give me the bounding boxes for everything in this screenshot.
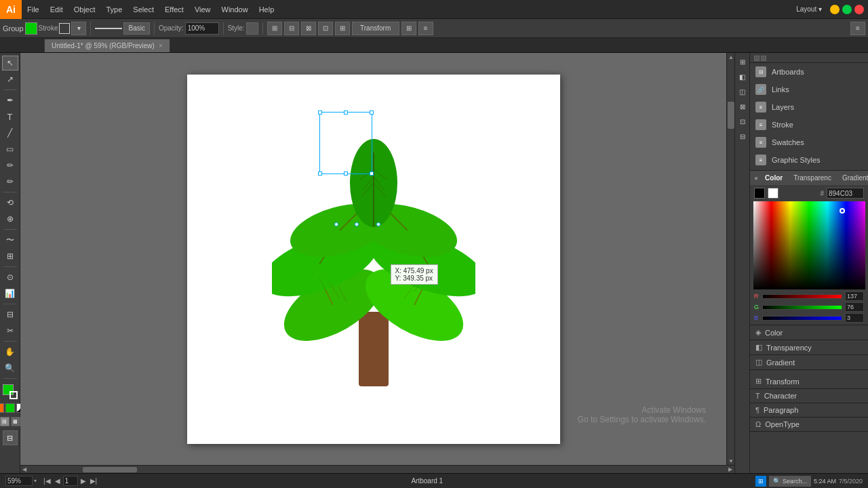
warp-tool[interactable]: 〜 — [2, 232, 18, 247]
h-scrollbar-track[interactable] — [28, 466, 726, 473]
h-scrollbar-thumb[interactable] — [83, 467, 137, 472]
toolbar-options-button[interactable]: ≡ — [850, 22, 865, 35]
align-right-button[interactable]: ⊡ — [318, 22, 333, 35]
stroke-swatch[interactable] — [59, 23, 70, 34]
close-button[interactable] — [854, 5, 864, 14]
menu-type[interactable]: Type — [101, 0, 128, 18]
layers-panel[interactable]: ≡ Layers — [750, 98, 868, 116]
view-mode-btn2[interactable]: ▩ — [11, 417, 20, 426]
canvas-area[interactable]: X: 475.49 px Y: 349.35 px Activate Windo… — [20, 53, 726, 465]
menu-help[interactable]: Help — [254, 0, 280, 18]
type-tool[interactable]: T — [2, 109, 18, 124]
color-swatch-2[interactable] — [5, 403, 15, 413]
properties-icon-2[interactable]: ◧ — [736, 70, 749, 83]
select-tool[interactable]: ↖ — [2, 56, 18, 70]
menu-window[interactable]: Window — [216, 0, 254, 18]
scroll-left-arrow[interactable]: ◀ — [20, 466, 28, 473]
color-swatch-1[interactable] — [0, 403, 4, 413]
free-transform-tool[interactable]: ⊞ — [2, 249, 18, 264]
menu-edit[interactable]: Edit — [45, 0, 68, 18]
scrollbar-thumb-v[interactable] — [728, 102, 734, 129]
start-button[interactable]: ⊞ — [755, 476, 766, 487]
properties-icon-1[interactable]: ⊞ — [736, 56, 749, 68]
zoom-dropdown-arrow[interactable]: ▾ — [34, 478, 37, 484]
menu-view[interactable]: View — [189, 0, 216, 18]
properties-icon-4[interactable]: ⊠ — [736, 100, 749, 113]
vertical-scrollbar[interactable]: ▲ ▼ — [726, 53, 734, 465]
transform-button[interactable]: Transform — [352, 22, 399, 35]
stroke-panel[interactable]: ≡ Stroke — [750, 116, 868, 134]
minimize-button[interactable] — [830, 5, 840, 14]
view-mode-btn1[interactable]: ▤ — [0, 417, 9, 426]
color-properties-header[interactable]: ◈ Color — [750, 325, 868, 340]
direct-select-tool[interactable]: ↗ — [2, 72, 18, 87]
artboards-panel[interactable]: ⊟ Artboards — [750, 63, 868, 81]
hex-color-input[interactable] — [827, 188, 864, 199]
next-page-button[interactable]: ▶| — [89, 477, 99, 485]
align-left-button[interactable]: ⊟ — [284, 22, 299, 35]
shape-tool[interactable]: ▭ — [2, 142, 18, 157]
green-slider[interactable] — [762, 305, 842, 310]
character-header[interactable]: T Character — [750, 389, 868, 403]
style-swatch[interactable] — [246, 22, 258, 35]
stroke-indicator[interactable] — [9, 391, 18, 399]
toolbar-extra-btn1[interactable]: ⊞ — [401, 22, 416, 35]
menu-select[interactable]: Select — [127, 0, 159, 18]
layout-dropdown[interactable]: Layout ▾ — [796, 5, 822, 13]
artboard-tool[interactable]: ⊟ — [2, 307, 18, 322]
slice-tool[interactable]: ✂ — [2, 323, 18, 338]
graphic-styles-panel[interactable]: ≡ Graphic Styles — [750, 151, 868, 169]
stroke-weight-dropdown[interactable]: ▾ — [71, 22, 86, 35]
pencil-tool[interactable]: ✏ — [2, 174, 18, 189]
search-taskbar[interactable]: 🔍 Search... — [769, 476, 811, 487]
align-center-button[interactable]: ⊠ — [301, 22, 316, 35]
transparency-header[interactable]: ◧ Transparency — [750, 340, 868, 354]
opacity-input[interactable] — [185, 22, 219, 35]
red-value-input[interactable] — [845, 291, 864, 301]
transform-header[interactable]: ⊞ Transform — [750, 374, 868, 388]
tab-close-button[interactable]: × — [159, 42, 163, 49]
graph-tool[interactable]: 📊 — [2, 286, 18, 301]
panel-expand-btn[interactable] — [761, 56, 766, 61]
prev-button[interactable]: ◀ — [54, 477, 62, 485]
symbol-tool[interactable]: ⊙ — [2, 270, 18, 285]
menu-file[interactable]: File — [22, 0, 45, 18]
fill-swatch[interactable] — [25, 22, 37, 35]
next-button[interactable]: ▶ — [79, 477, 87, 485]
prev-page-button[interactable]: |◀ — [42, 477, 52, 485]
panel-collapse-btn[interactable] — [754, 56, 760, 61]
toolbar-extra-btn2[interactable]: ≡ — [418, 22, 433, 35]
paragraph-header[interactable]: ¶ Paragraph — [750, 403, 868, 417]
blue-slider[interactable] — [762, 316, 842, 321]
color-tab[interactable]: Color — [761, 173, 787, 183]
paintbrush-tool[interactable]: ✏ — [2, 158, 18, 173]
links-panel[interactable]: 🔗 Links — [750, 81, 868, 98]
properties-icon-5[interactable]: ⊡ — [736, 115, 749, 127]
foreground-swatch[interactable] — [754, 188, 765, 199]
scroll-right-arrow[interactable]: ▶ — [726, 466, 734, 473]
zoom-input[interactable] — [5, 476, 33, 486]
swatches-panel[interactable]: ≡ Swatches — [750, 134, 868, 151]
hand-tool[interactable]: ✋ — [2, 344, 18, 359]
maximize-button[interactable] — [842, 5, 852, 14]
gradient-header[interactable]: ◫ Gradient — [750, 355, 868, 369]
background-swatch[interactable] — [768, 188, 778, 199]
document-tab[interactable]: Untitled-1* @ 59% (RGB/Preview) × — [44, 39, 170, 52]
properties-icon-3[interactable]: ◫ — [736, 85, 749, 98]
page-number-input[interactable] — [63, 476, 78, 486]
green-value-input[interactable] — [845, 302, 864, 312]
distribute-button[interactable]: ⊞ — [335, 22, 350, 35]
arrange-button[interactable]: ⊞ — [267, 22, 282, 35]
scale-tool[interactable]: ⊕ — [2, 211, 18, 226]
color-picker-gradient[interactable] — [753, 201, 865, 289]
red-slider[interactable] — [762, 294, 842, 299]
menu-effect[interactable]: Effect — [159, 0, 189, 18]
pen-tool[interactable]: ✒ — [2, 93, 18, 108]
opentype-header[interactable]: Ω OpenType — [750, 418, 868, 431]
menu-object[interactable]: Object — [68, 0, 101, 18]
zoom-tool[interactable]: 🔍 — [2, 361, 18, 375]
artboard-nav-btn[interactable]: ⊟ — [3, 430, 18, 445]
rotate-tool[interactable]: ⟲ — [2, 195, 18, 210]
transparency-tab[interactable]: Transparenc — [789, 173, 835, 183]
blue-value-input[interactable] — [845, 313, 864, 323]
